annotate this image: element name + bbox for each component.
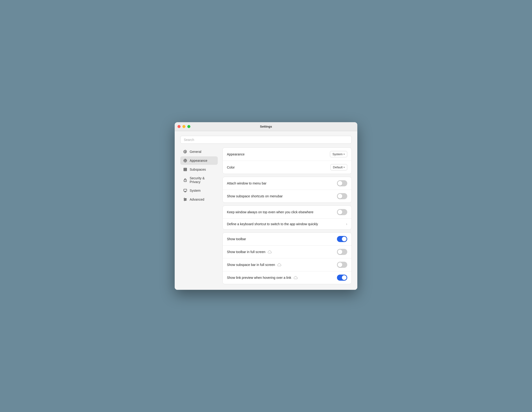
titlebar: Settings (175, 122, 357, 131)
subspace-bar-fullscreen-row: Show subspace bar in full screen (223, 258, 352, 271)
svg-rect-8 (184, 170, 187, 171)
settings-panels: Appearance System ▾ Color Default ▾ (222, 148, 352, 284)
sidebar-label-system: System (190, 189, 201, 192)
toggle-track-2 (337, 193, 347, 199)
appearance-value: System (332, 152, 342, 156)
keyboard-shortcut-row[interactable]: Define a keyboard shortcut to switch to … (223, 218, 352, 229)
color-value: Default (333, 166, 342, 169)
subspace-shortcuts-row: Show subspace shortcuts on menubar (223, 190, 352, 203)
toggle-track-7 (337, 275, 347, 281)
link-preview-label: Show link preview when hovering over a l… (227, 276, 291, 280)
toggle-thumb-4 (342, 237, 347, 241)
show-toolbar-row: Show toolbar (223, 233, 352, 245)
menubar-panel: Attach window to menu bar Show subspace … (222, 177, 352, 203)
subspace-bar-fullscreen-toggle[interactable] (337, 262, 347, 268)
appearance-icon (183, 159, 187, 163)
keyboard-shortcut-label: Define a keyboard shortcut to switch to … (227, 222, 318, 226)
color-dropdown[interactable]: Default ▾ (330, 164, 347, 170)
close-button[interactable] (178, 125, 180, 128)
always-on-top-toggle[interactable] (337, 209, 347, 215)
toggle-track (337, 180, 347, 186)
svg-point-18 (185, 199, 186, 200)
toggle-thumb-5 (338, 250, 342, 254)
cloud-icon-1 (268, 250, 272, 253)
toggle-thumb-6 (338, 262, 342, 267)
show-toolbar-label: Show toolbar (227, 237, 246, 241)
appearance-row: Appearance System ▾ (223, 148, 352, 160)
toolbar-fullscreen-label-wrap: Show toolbar in full screen (227, 250, 272, 254)
attach-window-row: Attach window to menu bar (223, 177, 352, 190)
toolbar-fullscreen-label: Show toolbar in full screen (227, 250, 265, 254)
chevron-down-icon-2: ▾ (343, 166, 345, 169)
sidebar-item-system[interactable]: System (180, 186, 218, 195)
search-bar (180, 136, 352, 144)
chevron-down-icon: ▾ (343, 153, 345, 155)
sidebar: General Appearance (180, 148, 218, 284)
link-preview-label-wrap: Show link preview when hovering over a l… (227, 276, 298, 280)
svg-point-1 (185, 160, 186, 161)
window-buttons (178, 125, 190, 128)
sidebar-item-general[interactable]: General (180, 148, 218, 156)
lock-icon (183, 178, 187, 182)
svg-rect-6 (184, 168, 187, 169)
sidebar-item-advanced[interactable]: Advanced (180, 195, 218, 204)
svg-point-19 (184, 200, 185, 201)
search-input[interactable] (180, 136, 352, 144)
settings-window: Settings General (175, 122, 357, 290)
always-on-top-label: Keep window always on top even when you … (227, 210, 314, 214)
cloud-icon-3 (294, 276, 298, 279)
content-area: General Appearance (175, 131, 357, 290)
monitor-icon (183, 188, 187, 193)
appearance-dropdown[interactable]: System ▾ (330, 151, 347, 157)
sidebar-item-subspaces[interactable]: Subspaces (180, 165, 218, 174)
window-title: Settings (260, 125, 272, 128)
color-label: Color (227, 166, 235, 169)
subspace-shortcuts-label: Show subspace shortcuts on menubar (227, 194, 283, 198)
appearance-color-panel: Appearance System ▾ Color Default ▾ (222, 148, 352, 174)
toggle-track-3 (337, 209, 347, 215)
toggle-track-4 (337, 236, 347, 242)
window-panel: Keep window always on top even when you … (222, 206, 352, 230)
sidebar-item-appearance[interactable]: Appearance (180, 156, 218, 165)
gear-icon (183, 150, 187, 154)
sliders-icon (183, 197, 187, 202)
subspace-bar-fullscreen-label-wrap: Show subspace bar in full screen (227, 263, 281, 267)
sidebar-label-subspaces: Subspaces (190, 168, 206, 171)
toolbar-fullscreen-row: Show toolbar in full screen (223, 245, 352, 258)
always-on-top-row: Keep window always on top even when you … (223, 206, 352, 218)
svg-point-17 (184, 198, 185, 199)
toggle-track-6 (337, 262, 347, 268)
svg-point-10 (185, 180, 185, 181)
svg-rect-11 (184, 189, 187, 191)
color-row: Color Default ▾ (223, 160, 352, 174)
cloud-icon-2 (277, 263, 281, 266)
subspace-bar-fullscreen-label: Show subspace bar in full screen (227, 263, 275, 267)
attach-window-label: Attach window to menu bar (227, 181, 266, 185)
sidebar-item-security[interactable]: Security & Privacy (180, 174, 218, 186)
toolbar-panel: Show toolbar Show toolbar in full screen (222, 233, 352, 284)
toggle-thumb-7 (342, 275, 347, 280)
subspace-shortcuts-toggle[interactable] (337, 193, 347, 199)
toggle-thumb-2 (338, 194, 342, 198)
maximize-button[interactable] (187, 125, 190, 128)
appearance-label: Appearance (227, 152, 245, 156)
link-preview-row: Show link preview when hovering over a l… (223, 271, 352, 284)
link-preview-toggle[interactable] (337, 275, 347, 281)
attach-window-toggle[interactable] (337, 180, 347, 186)
sidebar-label-security: Security & Privacy (190, 176, 215, 184)
sidebar-label-appearance: Appearance (190, 159, 208, 162)
toggle-thumb (338, 181, 342, 186)
main-layout: General Appearance (180, 148, 352, 284)
toggle-track-5 (337, 249, 347, 255)
svg-rect-7 (184, 169, 187, 170)
show-toolbar-toggle[interactable] (337, 236, 347, 242)
chevron-right-icon: › (346, 222, 347, 226)
sidebar-label-advanced: Advanced (190, 197, 204, 201)
sidebar-label-general: General (190, 150, 201, 154)
toggle-thumb-3 (338, 210, 342, 215)
subspaces-icon (183, 167, 187, 172)
minimize-button[interactable] (182, 125, 185, 128)
toolbar-fullscreen-toggle[interactable] (337, 249, 347, 255)
